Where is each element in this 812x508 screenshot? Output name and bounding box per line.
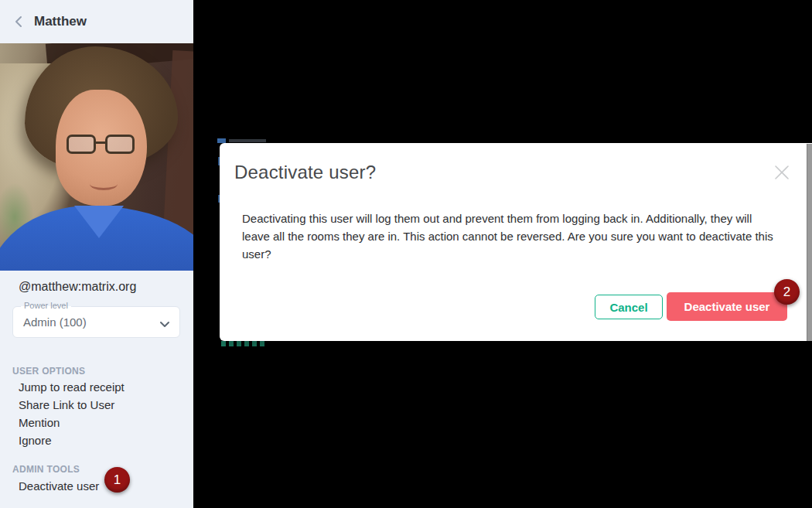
dialog-title: Deactivate user? xyxy=(234,162,376,183)
photo-smile xyxy=(90,178,118,190)
deactivate-user-button[interactable]: Deactivate user xyxy=(667,292,787,321)
background-fragment xyxy=(221,341,268,346)
menu-item-ignore[interactable]: Ignore xyxy=(19,434,52,447)
background-fragment xyxy=(229,139,266,142)
power-level-value: Admin (100) xyxy=(13,307,179,337)
window-edge-scrollbar[interactable] xyxy=(807,144,812,341)
section-admin-tools: ADMIN TOOLS xyxy=(12,464,80,475)
annotation-step-1-badge: 1 xyxy=(104,467,130,493)
member-header: Matthew xyxy=(0,0,193,43)
dialog-body-text: Deactivating this user will log them out… xyxy=(242,210,781,263)
member-name: Matthew xyxy=(34,14,87,29)
annotation-step-2-badge: 2 xyxy=(774,279,800,305)
menu-item-jump-to-read-receipt[interactable]: Jump to read receipt xyxy=(19,380,125,394)
close-icon[interactable] xyxy=(773,164,790,181)
cancel-button[interactable]: Cancel xyxy=(595,295,663,319)
power-level-label: Power level xyxy=(21,301,71,310)
photo-glasses-lens xyxy=(67,135,96,154)
member-info-panel: Matthew @matthew:matrix.org Power level … xyxy=(0,0,193,508)
back-chevron-icon[interactable] xyxy=(11,14,26,29)
deactivate-user-dialog: Deactivate user? Deactivating this user … xyxy=(220,143,812,341)
menu-item-mention[interactable]: Mention xyxy=(19,416,60,429)
section-user-options: USER OPTIONS xyxy=(12,366,85,377)
photo-glasses-bridge xyxy=(94,141,107,144)
profile-photo xyxy=(0,43,193,271)
power-level-select[interactable]: Power level Admin (100) xyxy=(12,306,180,338)
menu-item-deactivate-user[interactable]: Deactivate user xyxy=(19,479,99,493)
user-id: @matthew:matrix.org xyxy=(19,280,136,294)
chevron-down-icon xyxy=(159,317,170,331)
photo-glasses-lens xyxy=(105,135,135,154)
menu-item-share-link-to-user[interactable]: Share Link to User xyxy=(19,398,114,411)
